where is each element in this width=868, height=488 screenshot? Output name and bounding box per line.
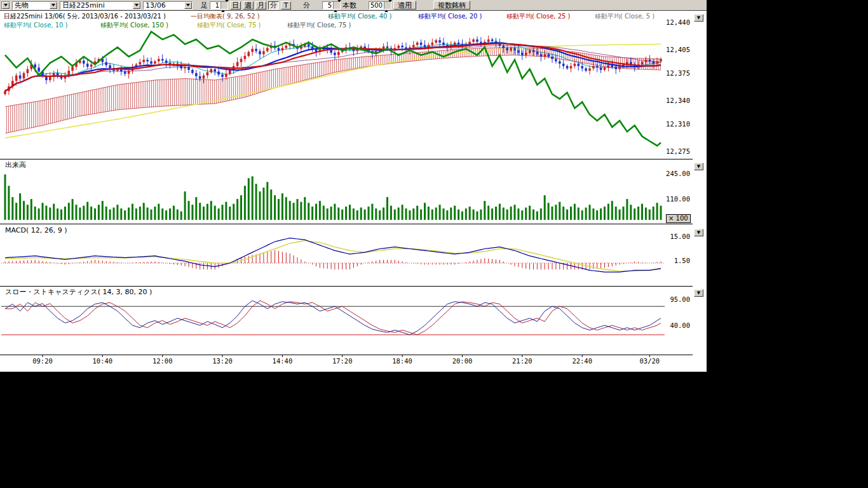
time-axis: 09:2010:4012:0013:2014:4017:2018:4020:00… xyxy=(32,355,660,365)
macd-panel-menu-button[interactable]: ▼ xyxy=(694,229,703,236)
chevron-down-icon[interactable] xyxy=(184,2,192,9)
volume-axis-label: 245.00 xyxy=(666,170,690,177)
chart-app-window: 先物 日経225mini 13/06 足 1 日 週 月 分 T 分 xyxy=(0,0,707,372)
macd-line xyxy=(5,238,661,273)
apply-button[interactable]: 適用 xyxy=(393,1,416,10)
price-axis-label: 12,405 xyxy=(666,46,690,53)
contract-combo-value: 13/06 xyxy=(144,2,184,9)
time-tick-label: 22:40 xyxy=(572,357,592,365)
time-tick-label: 20:00 xyxy=(452,357,473,365)
price-axis-label: 12,310 xyxy=(666,120,690,128)
stoch-d-line xyxy=(5,301,661,335)
bar-type-label: 足 xyxy=(201,1,208,10)
chevron-down-icon[interactable] xyxy=(50,2,57,9)
price-axis-label: 12,275 xyxy=(666,147,690,155)
market-combo[interactable]: 先物 xyxy=(12,1,58,10)
volume-axis-label: 110.00 xyxy=(666,195,690,203)
macd-signal-line xyxy=(5,241,661,271)
time-tick-label: 14:40 xyxy=(273,357,293,365)
stoch-panel-title: スロー・ストキャスティクス( 14, 3, 80, 20 ) xyxy=(5,287,152,297)
time-tick-label: 21:20 xyxy=(512,357,532,365)
left-combo[interactable] xyxy=(1,1,10,10)
chevron-down-icon[interactable] xyxy=(2,2,10,9)
time-tick-label: 12:00 xyxy=(153,357,173,365)
price-axis-label: 12,375 xyxy=(666,69,690,77)
minute-count-value: 5 xyxy=(323,2,333,9)
price-axis-label: 12,440 xyxy=(666,18,690,26)
bars-count-label: 本数 xyxy=(342,1,356,10)
panel-menu-icon: ▼ xyxy=(697,290,700,295)
bars-count-input[interactable]: 500 xyxy=(369,1,391,10)
contract-combo[interactable]: 13/06 xyxy=(143,1,193,10)
minute-label: 分 xyxy=(303,1,310,10)
time-tick-label: 10:40 xyxy=(92,357,112,365)
panel-menu-icon: ▼ xyxy=(697,15,700,20)
bar-count-value: 1 xyxy=(210,2,220,9)
time-tick-label: 03/20 xyxy=(639,357,660,365)
volume-layer xyxy=(4,175,662,220)
stoch-panel-menu-button[interactable]: ▼ xyxy=(694,289,703,297)
spinner-arrows-icon[interactable] xyxy=(220,2,227,9)
spinner-arrows-icon[interactable] xyxy=(333,2,340,9)
time-tick-label: 17:20 xyxy=(332,357,353,365)
period-button-tick[interactable]: T xyxy=(281,1,291,10)
minute-count-input[interactable]: 5 xyxy=(322,1,341,10)
bars-count-value: 500 xyxy=(369,2,384,9)
main-panel-layer xyxy=(4,32,662,146)
period-button-day[interactable]: 日 xyxy=(230,1,241,10)
panel-menu-icon: ▼ xyxy=(697,164,700,169)
macd-axis-label: 1.50 xyxy=(674,257,690,264)
macd-panel-title: MACD( 12, 26, 9 ) xyxy=(5,226,67,234)
symbol-combo-value: 日経225mini xyxy=(60,2,133,9)
volume-panel-menu-button[interactable]: ▼ xyxy=(694,163,703,170)
price-axis: 12,44012,40512,37512,34012,31012,275245.… xyxy=(666,18,690,329)
time-tick-label: 18:40 xyxy=(392,357,412,365)
panel-menu-icon: ▼ xyxy=(697,230,700,235)
stoch-axis-label: 40.00 xyxy=(670,322,690,329)
macd-axis-label: 15.00 xyxy=(670,233,690,240)
time-tick-label: 13:20 xyxy=(212,357,233,365)
chevron-down-icon[interactable] xyxy=(133,2,140,9)
main-panel-menu-button[interactable]: ▼ xyxy=(694,14,703,22)
period-button-week[interactable]: 週 xyxy=(243,1,254,10)
time-tick-label: 09:20 xyxy=(32,357,53,365)
stoch-axis-label: 95.00 xyxy=(670,295,690,303)
price-axis-label: 12,340 xyxy=(666,97,690,104)
screen: 先物 日経225mini 13/06 足 1 日 週 月 分 T 分 xyxy=(0,0,868,488)
market-combo-value: 先物 xyxy=(13,2,50,9)
period-button-month[interactable]: 月 xyxy=(255,1,266,10)
bar-count-input[interactable]: 1 xyxy=(210,1,228,10)
multi-symbol-button[interactable]: 複数銘柄 xyxy=(433,1,470,10)
symbol-combo[interactable]: 日経225mini xyxy=(60,1,141,10)
stoch-k-line xyxy=(5,301,661,335)
toolbar: 先物 日経225mini 13/06 足 1 日 週 月 分 T 分 xyxy=(0,0,707,11)
volume-multiplier-badge: × 100 xyxy=(666,214,691,223)
period-button-minute[interactable]: 分 xyxy=(268,1,279,10)
chart-canvas: 09:2010:4012:0013:2014:4017:2018:4020:00… xyxy=(0,11,707,372)
spinner-arrows-icon[interactable] xyxy=(384,2,391,9)
volume-panel-title: 出来高 xyxy=(5,160,26,170)
